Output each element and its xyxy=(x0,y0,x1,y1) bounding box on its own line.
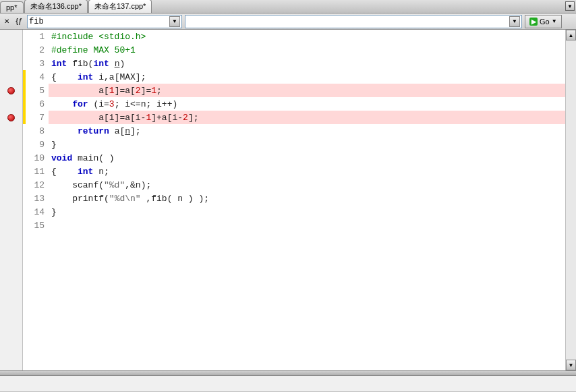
line-number: 6 xyxy=(26,97,45,111)
code-line[interactable] xyxy=(49,219,576,232)
breakpoint-slot[interactable] xyxy=(0,43,22,57)
code-line[interactable]: int fib(int n) xyxy=(49,57,576,70)
line-number: 11 xyxy=(26,165,45,178)
line-number: 5 xyxy=(26,84,45,97)
line-number: 14 xyxy=(26,205,45,219)
code-line[interactable]: { int i,a[MAX]; xyxy=(49,70,576,84)
function-combo[interactable]: ▼ xyxy=(27,15,182,28)
breakpoint-slot[interactable] xyxy=(0,84,22,97)
code-line[interactable]: scanf("%d",&n); xyxy=(49,178,576,192)
nav-combo[interactable]: ▼ xyxy=(185,15,522,28)
breakpoint-slot[interactable] xyxy=(0,165,22,178)
breakpoint-slot[interactable] xyxy=(0,111,22,124)
breakpoint-slot[interactable] xyxy=(0,151,22,165)
scroll-down-icon[interactable]: ▼ xyxy=(566,360,576,370)
status-bar xyxy=(0,375,576,391)
close-panel-icon[interactable]: ✕ xyxy=(3,18,11,26)
chevron-down-icon[interactable]: ▼ xyxy=(509,16,520,27)
breakpoint-slot[interactable] xyxy=(0,192,22,205)
code-line[interactable]: #include <stdio.h> xyxy=(49,30,576,43)
go-button[interactable]: ▶ Go ▼ xyxy=(525,15,562,28)
go-label: Go xyxy=(540,18,550,26)
tabs-overflow-icon[interactable]: ▼ xyxy=(565,1,575,11)
line-number: 13 xyxy=(26,192,45,205)
breakpoint-slot[interactable] xyxy=(0,57,22,70)
line-number: 9 xyxy=(26,138,45,151)
line-number: 10 xyxy=(26,151,45,165)
code-line[interactable]: #define MAX 50+1 xyxy=(49,43,576,57)
tab-file-0[interactable]: pp* xyxy=(0,1,24,13)
chevron-down-icon[interactable]: ▼ xyxy=(169,16,180,27)
breakpoint-slot[interactable] xyxy=(0,205,22,219)
breakpoint-icon[interactable] xyxy=(7,114,15,121)
code-area[interactable]: #include <stdio.h>#define MAX 50+1int fi… xyxy=(49,30,576,370)
tab-file-2[interactable]: 未命名137.cpp* xyxy=(88,0,152,13)
breakpoint-margin[interactable] xyxy=(0,30,23,370)
tab-file-1[interactable]: 未命名136.cpp* xyxy=(24,0,88,13)
line-number: 2 xyxy=(26,43,45,57)
breakpoint-slot[interactable] xyxy=(0,178,22,192)
line-number: 15 xyxy=(26,219,45,232)
toolbar: ✕ {ƒ ▼ ▼ ▶ Go ▼ xyxy=(0,13,576,30)
nav-combo-input[interactable] xyxy=(187,17,509,26)
breakpoint-slot[interactable] xyxy=(0,70,22,84)
chevron-down-icon: ▼ xyxy=(552,18,557,24)
line-number: 7 xyxy=(26,111,45,124)
code-line[interactable]: a[1]=a[2]=1; xyxy=(49,84,576,97)
breakpoint-slot[interactable] xyxy=(0,138,22,151)
vertical-scrollbar[interactable]: ▲ ▼ xyxy=(565,30,576,370)
line-number: 12 xyxy=(26,178,45,192)
scroll-up-icon[interactable]: ▲ xyxy=(566,30,576,40)
code-line[interactable]: } xyxy=(49,138,576,151)
breakpoint-slot[interactable] xyxy=(0,219,22,232)
line-number: 4 xyxy=(26,70,45,84)
line-number: 3 xyxy=(26,57,45,70)
code-line[interactable]: for (i=3; i<=n; i++) xyxy=(49,97,576,111)
go-icon: ▶ xyxy=(529,18,538,26)
line-number: 1 xyxy=(26,30,45,43)
function-combo-input[interactable] xyxy=(29,17,169,26)
code-line[interactable]: { int n; xyxy=(49,165,576,178)
code-line[interactable]: } xyxy=(49,205,576,219)
breakpoint-slot[interactable] xyxy=(0,97,22,111)
line-number-gutter: 123456789101112131415 xyxy=(26,30,49,370)
code-line[interactable]: void main( ) xyxy=(49,151,576,165)
breakpoint-icon[interactable] xyxy=(7,87,15,94)
tabs-bar: pp* 未命名136.cpp* 未命名137.cpp* ▼ xyxy=(0,0,576,13)
code-editor[interactable]: 123456789101112131415 #include <stdio.h>… xyxy=(0,30,576,371)
code-line[interactable]: a[i]=a[i-1]+a[i-2]; xyxy=(49,111,576,124)
line-number: 8 xyxy=(26,124,45,138)
code-line[interactable]: printf("%d\n" ,fib( n ) ); xyxy=(49,192,576,205)
breakpoint-slot[interactable] xyxy=(0,30,22,43)
function-icon: {ƒ xyxy=(13,16,24,27)
breakpoint-slot[interactable] xyxy=(0,124,22,138)
code-line[interactable]: return a[n]; xyxy=(49,124,576,138)
